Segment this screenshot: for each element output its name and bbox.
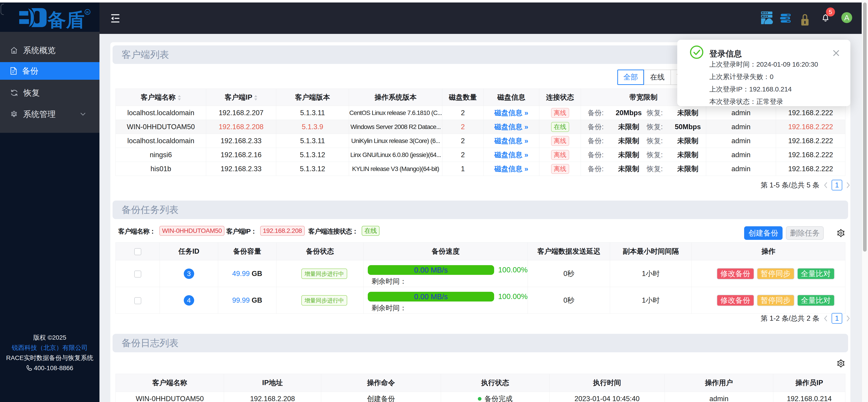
- svg-text:R: R: [86, 10, 89, 14]
- svg-text:备盾: 备盾: [47, 9, 85, 30]
